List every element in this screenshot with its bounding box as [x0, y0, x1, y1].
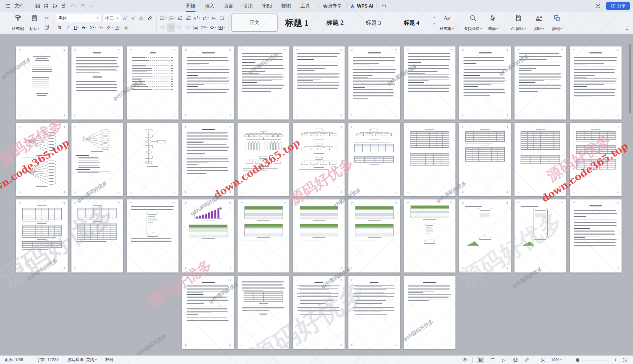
- char-shading-button[interactable]: A: [122, 23, 130, 32]
- style-cell-标题 3[interactable]: 标题 3: [354, 14, 392, 32]
- layout-button[interactable]: A 排版▾: [530, 14, 548, 32]
- tab-引用[interactable]: 引用: [238, 0, 257, 12]
- page-thumbnail-6[interactable]: [293, 46, 345, 120]
- page-thumbnail-11[interactable]: [570, 46, 622, 120]
- page-thumbnail-34[interactable]: [182, 276, 234, 349]
- phonetic-guide-button[interactable]: 文▾: [138, 14, 146, 22]
- find-replace-button[interactable]: 查找替换▾: [461, 14, 484, 32]
- shading-button[interactable]: ▾: [209, 23, 217, 32]
- page-thumbnail-37[interactable]: [348, 276, 400, 349]
- page-thumbnail-2[interactable]: [71, 46, 123, 120]
- style-cell-标题 1[interactable]: 标题 1: [278, 14, 316, 32]
- page-thumbnail-33[interactable]: [570, 199, 622, 273]
- share-button[interactable]: 分享: [606, 2, 630, 10]
- font-color-button[interactable]: A▾: [114, 23, 122, 32]
- copy-button[interactable]: [43, 23, 51, 32]
- two-line-button[interactable]: [218, 14, 226, 22]
- outline-view-button[interactable]: [489, 357, 496, 363]
- paste-button[interactable]: 粘贴▾: [26, 14, 42, 32]
- fit-page-button[interactable]: [539, 357, 547, 363]
- export-pdf-button[interactable]: [42, 2, 50, 10]
- fullscreen-button[interactable]: [621, 357, 628, 363]
- page-indicator[interactable]: 页面: 1/38: [5, 357, 23, 363]
- justify-button[interactable]: [184, 23, 192, 32]
- word-count[interactable]: 字数: 12227: [37, 357, 59, 363]
- page-thumbnail-24[interactable]: [71, 199, 123, 273]
- italic-button[interactable]: I: [64, 23, 72, 32]
- page-thumbnail-30[interactable]: [404, 199, 456, 273]
- arrange-button[interactable]: 排列▾: [548, 14, 566, 32]
- file-menu[interactable]: 文件: [12, 3, 26, 9]
- page-thumbnail-18[interactable]: [348, 123, 400, 196]
- align-right-button[interactable]: [175, 23, 183, 32]
- customize-toolbar-button[interactable]: ▾: [87, 2, 96, 10]
- proofread-button[interactable]: 校对: [105, 357, 113, 363]
- distribute-button[interactable]: [192, 23, 200, 32]
- page-thumbnail-1[interactable]: [16, 46, 68, 120]
- page-thumbnail-9[interactable]: [459, 46, 511, 120]
- font-name-select[interactable]: 黑体 ▾: [56, 14, 101, 22]
- read-mode-button[interactable]: ▷: [500, 357, 507, 363]
- tab-member[interactable]: 会员专享: [322, 3, 343, 9]
- tab-页面[interactable]: 页面: [219, 0, 238, 12]
- page-thumbnail-14[interactable]: [127, 123, 179, 196]
- indent-increase-button[interactable]: [184, 14, 192, 22]
- bold-button[interactable]: B: [56, 23, 64, 32]
- style-gallery-scroll[interactable]: ▴ ▾: [431, 14, 437, 32]
- page-thumbnail-22[interactable]: [570, 123, 622, 196]
- page-thumbnail-4[interactable]: [182, 46, 234, 120]
- page-thumbnail-27[interactable]: [237, 199, 289, 273]
- search-icon[interactable]: [380, 2, 389, 10]
- app-menu-icon[interactable]: [3, 2, 12, 10]
- page-thumbnail-5[interactable]: [237, 46, 289, 120]
- print-preview-button[interactable]: [59, 2, 68, 10]
- zoom-slider-knob[interactable]: [576, 358, 579, 362]
- style-cell-标题 4[interactable]: 标题 4: [392, 14, 431, 32]
- text-effects-button[interactable]: A▾: [97, 23, 105, 32]
- align-center-button[interactable]: [167, 23, 175, 32]
- font-size-select[interactable]: 小二 ▾: [103, 14, 121, 22]
- style-cell-正文[interactable]: 正文: [231, 14, 278, 32]
- zoom-level[interactable]: 18% ▾: [551, 358, 561, 362]
- page-thumbnail-21[interactable]: [514, 123, 566, 196]
- eye-protect-icon[interactable]: [461, 357, 468, 363]
- clear-format-button[interactable]: [146, 14, 154, 22]
- indent-decrease-button[interactable]: [176, 14, 184, 22]
- line-spacing-button[interactable]: ▾: [200, 23, 208, 32]
- cut-button[interactable]: ✂: [43, 14, 51, 22]
- zoom-in-button[interactable]: +: [614, 357, 617, 363]
- tab-wps-ai[interactable]: WPS AI: [350, 3, 373, 9]
- save-button[interactable]: [33, 2, 42, 10]
- page-thumbnail-16[interactable]: [237, 123, 289, 196]
- zoom-out-button[interactable]: −: [566, 357, 569, 363]
- borders-button[interactable]: ▾: [217, 23, 226, 32]
- page-thumbnail-32[interactable]: [514, 199, 566, 273]
- tab-工具[interactable]: 工具: [296, 0, 315, 12]
- char-scale-button[interactable]: A: [210, 14, 218, 22]
- print-button[interactable]: [50, 2, 59, 10]
- redo-button[interactable]: ↷: [79, 2, 87, 10]
- page-thumbnail-13[interactable]: [71, 123, 123, 196]
- page-thumbnail-15[interactable]: [182, 123, 234, 196]
- page-thumbnail-29[interactable]: [348, 199, 400, 273]
- tab-开始[interactable]: 开始: [181, 0, 200, 12]
- vertical-scrollbar[interactable]: [629, 44, 631, 113]
- page-thumbnail-19[interactable]: [404, 123, 456, 196]
- page-thumbnail-10[interactable]: [514, 46, 566, 120]
- spell-check-toggle[interactable]: 拼写检查: 关闭 ▾: [67, 357, 97, 363]
- ai-layout-button[interactable]: AI 排版▾: [506, 14, 530, 32]
- page-thumbnail-36[interactable]: [293, 276, 345, 349]
- page-thumbnail-12[interactable]: [16, 123, 68, 196]
- page-thumbnail-28[interactable]: [293, 199, 345, 273]
- page-thumbnail-25[interactable]: [127, 199, 179, 273]
- undo-button[interactable]: ↶ ▾: [68, 2, 79, 10]
- font-decrease-button[interactable]: A−: [130, 14, 137, 22]
- wrap-settings-button[interactable]: ▾: [201, 14, 209, 22]
- cloud-sync-icon[interactable]: [594, 2, 602, 10]
- numbering-button[interactable]: 123▾: [167, 14, 176, 22]
- page-thumbnail-7[interactable]: [348, 46, 400, 120]
- tab-插入[interactable]: 插入: [200, 0, 219, 12]
- superscript-button[interactable]: X²▾: [89, 23, 97, 32]
- page-thumbnail-17[interactable]: [293, 123, 345, 196]
- font-increase-button[interactable]: A+: [121, 14, 129, 22]
